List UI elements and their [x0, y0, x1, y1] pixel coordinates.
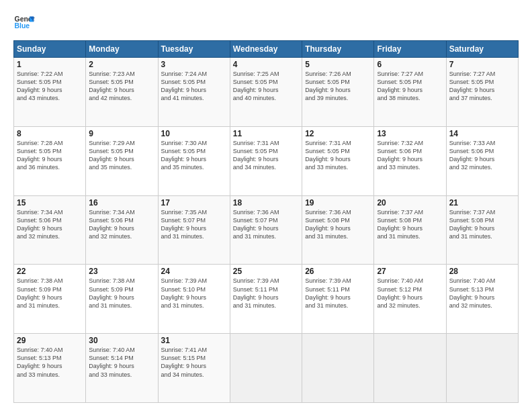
day-info: Sunrise: 7:25 AM Sunset: 5:05 PM Dayligh… — [233, 70, 299, 103]
calendar-cell: 7Sunrise: 7:27 AM Sunset: 5:05 PM Daylig… — [446, 58, 518, 127]
day-number: 4 — [233, 60, 299, 69]
day-number: 6 — [377, 60, 443, 69]
day-info: Sunrise: 7:23 AM Sunset: 5:05 PM Dayligh… — [89, 70, 154, 103]
day-number: 5 — [305, 60, 371, 69]
calendar-cell: 29Sunrise: 7:40 AM Sunset: 5:13 PM Dayli… — [14, 334, 86, 403]
calendar-cell: 18Sunrise: 7:36 AM Sunset: 5:07 PM Dayli… — [230, 195, 302, 265]
day-info: Sunrise: 7:31 AM Sunset: 5:05 PM Dayligh… — [233, 139, 299, 172]
calendar-week-4: 22Sunrise: 7:38 AM Sunset: 5:09 PM Dayli… — [14, 265, 519, 334]
calendar-cell: 14Sunrise: 7:33 AM Sunset: 5:06 PM Dayli… — [446, 126, 518, 195]
header: General Blue — [13, 12, 519, 34]
calendar-cell: 9Sunrise: 7:29 AM Sunset: 5:05 PM Daylig… — [86, 126, 158, 195]
weekday-row: SundayMondayTuesdayWednesdayThursdayFrid… — [14, 41, 519, 58]
calendar-cell: 13Sunrise: 7:32 AM Sunset: 5:06 PM Dayli… — [374, 126, 446, 195]
day-number: 13 — [377, 129, 443, 138]
day-number: 28 — [449, 267, 515, 276]
weekday-header-monday: Monday — [86, 41, 158, 58]
day-info: Sunrise: 7:24 AM Sunset: 5:05 PM Dayligh… — [161, 70, 227, 103]
day-number: 8 — [17, 129, 83, 138]
calendar-cell: 19Sunrise: 7:36 AM Sunset: 5:08 PM Dayli… — [302, 195, 374, 265]
day-info: Sunrise: 7:35 AM Sunset: 5:07 PM Dayligh… — [161, 208, 227, 241]
calendar-cell: 17Sunrise: 7:35 AM Sunset: 5:07 PM Dayli… — [158, 195, 230, 265]
day-number: 27 — [377, 267, 443, 276]
weekday-header-saturday: Saturday — [446, 41, 518, 58]
day-number: 31 — [161, 336, 227, 345]
day-info: Sunrise: 7:38 AM Sunset: 5:09 PM Dayligh… — [89, 277, 154, 310]
calendar-week-5: 29Sunrise: 7:40 AM Sunset: 5:13 PM Dayli… — [14, 334, 519, 403]
calendar-cell: 24Sunrise: 7:39 AM Sunset: 5:10 PM Dayli… — [158, 265, 230, 334]
day-number: 22 — [17, 267, 83, 276]
calendar-cell: 26Sunrise: 7:39 AM Sunset: 5:11 PM Dayli… — [302, 265, 374, 334]
calendar-cell — [446, 334, 518, 403]
day-number: 3 — [161, 60, 227, 69]
calendar-cell: 21Sunrise: 7:37 AM Sunset: 5:08 PM Dayli… — [446, 195, 518, 265]
calendar-cell — [374, 334, 446, 403]
calendar-week-2: 8Sunrise: 7:28 AM Sunset: 5:05 PM Daylig… — [14, 126, 519, 195]
day-number: 23 — [89, 267, 154, 276]
day-number: 19 — [305, 198, 371, 208]
day-number: 20 — [377, 198, 443, 208]
calendar-cell: 4Sunrise: 7:25 AM Sunset: 5:05 PM Daylig… — [230, 58, 302, 127]
weekday-header-wednesday: Wednesday — [230, 41, 302, 58]
day-number: 11 — [233, 129, 299, 138]
day-number: 16 — [89, 198, 154, 208]
weekday-header-tuesday: Tuesday — [158, 41, 230, 58]
logo-icon: General Blue — [13, 12, 35, 34]
day-info: Sunrise: 7:40 AM Sunset: 5:14 PM Dayligh… — [89, 346, 154, 379]
day-number: 29 — [17, 336, 83, 345]
day-number: 24 — [161, 267, 227, 276]
day-info: Sunrise: 7:30 AM Sunset: 5:05 PM Dayligh… — [161, 139, 227, 172]
day-number: 2 — [89, 60, 154, 69]
calendar-cell: 3Sunrise: 7:24 AM Sunset: 5:05 PM Daylig… — [158, 58, 230, 127]
day-number: 21 — [449, 198, 515, 208]
day-number: 25 — [233, 267, 299, 276]
calendar-cell: 1Sunrise: 7:22 AM Sunset: 5:05 PM Daylig… — [14, 58, 86, 127]
page: General Blue SundayMondayTuesdayWednesda… — [0, 0, 532, 411]
day-info: Sunrise: 7:33 AM Sunset: 5:06 PM Dayligh… — [449, 139, 515, 172]
day-info: Sunrise: 7:31 AM Sunset: 5:05 PM Dayligh… — [305, 139, 371, 172]
day-number: 30 — [89, 336, 154, 345]
day-info: Sunrise: 7:32 AM Sunset: 5:06 PM Dayligh… — [377, 139, 443, 172]
day-info: Sunrise: 7:40 AM Sunset: 5:13 PM Dayligh… — [449, 277, 515, 310]
calendar-cell: 10Sunrise: 7:30 AM Sunset: 5:05 PM Dayli… — [158, 126, 230, 195]
calendar-cell: 16Sunrise: 7:34 AM Sunset: 5:06 PM Dayli… — [86, 195, 158, 265]
calendar-cell: 25Sunrise: 7:39 AM Sunset: 5:11 PM Dayli… — [230, 265, 302, 334]
day-info: Sunrise: 7:36 AM Sunset: 5:07 PM Dayligh… — [233, 208, 299, 241]
day-info: Sunrise: 7:40 AM Sunset: 5:12 PM Dayligh… — [377, 277, 443, 310]
day-number: 1 — [17, 60, 83, 69]
day-info: Sunrise: 7:39 AM Sunset: 5:11 PM Dayligh… — [305, 277, 371, 310]
calendar-cell: 2Sunrise: 7:23 AM Sunset: 5:05 PM Daylig… — [86, 58, 158, 127]
calendar-cell: 31Sunrise: 7:41 AM Sunset: 5:15 PM Dayli… — [158, 334, 230, 403]
day-number: 26 — [305, 267, 371, 276]
day-number: 17 — [161, 198, 227, 208]
day-info: Sunrise: 7:28 AM Sunset: 5:05 PM Dayligh… — [17, 139, 83, 172]
day-info: Sunrise: 7:37 AM Sunset: 5:08 PM Dayligh… — [377, 208, 443, 241]
calendar-cell: 27Sunrise: 7:40 AM Sunset: 5:12 PM Dayli… — [374, 265, 446, 334]
calendar-cell: 22Sunrise: 7:38 AM Sunset: 5:09 PM Dayli… — [14, 265, 86, 334]
day-info: Sunrise: 7:39 AM Sunset: 5:10 PM Dayligh… — [161, 277, 227, 310]
calendar-cell: 12Sunrise: 7:31 AM Sunset: 5:05 PM Dayli… — [302, 126, 374, 195]
day-info: Sunrise: 7:40 AM Sunset: 5:13 PM Dayligh… — [17, 346, 83, 379]
day-info: Sunrise: 7:34 AM Sunset: 5:06 PM Dayligh… — [89, 208, 154, 241]
calendar-week-3: 15Sunrise: 7:34 AM Sunset: 5:06 PM Dayli… — [14, 195, 519, 265]
day-info: Sunrise: 7:37 AM Sunset: 5:08 PM Dayligh… — [449, 208, 515, 241]
day-info: Sunrise: 7:29 AM Sunset: 5:05 PM Dayligh… — [89, 139, 154, 172]
calendar-header: SundayMondayTuesdayWednesdayThursdayFrid… — [14, 41, 519, 58]
calendar-cell: 8Sunrise: 7:28 AM Sunset: 5:05 PM Daylig… — [14, 126, 86, 195]
weekday-header-thursday: Thursday — [302, 41, 374, 58]
day-info: Sunrise: 7:26 AM Sunset: 5:05 PM Dayligh… — [305, 70, 371, 103]
calendar-cell: 11Sunrise: 7:31 AM Sunset: 5:05 PM Dayli… — [230, 126, 302, 195]
day-number: 14 — [449, 129, 515, 138]
day-info: Sunrise: 7:38 AM Sunset: 5:09 PM Dayligh… — [17, 277, 83, 310]
calendar-cell — [230, 334, 302, 403]
day-info: Sunrise: 7:34 AM Sunset: 5:06 PM Dayligh… — [17, 208, 83, 241]
calendar-cell: 15Sunrise: 7:34 AM Sunset: 5:06 PM Dayli… — [14, 195, 86, 265]
day-number: 15 — [17, 198, 83, 208]
logo: General Blue — [13, 12, 35, 34]
day-number: 9 — [89, 129, 154, 138]
svg-text:Blue: Blue — [15, 22, 30, 30]
day-number: 10 — [161, 129, 227, 138]
calendar-week-1: 1Sunrise: 7:22 AM Sunset: 5:05 PM Daylig… — [14, 58, 519, 127]
day-info: Sunrise: 7:41 AM Sunset: 5:15 PM Dayligh… — [161, 346, 227, 379]
day-number: 7 — [449, 60, 515, 69]
